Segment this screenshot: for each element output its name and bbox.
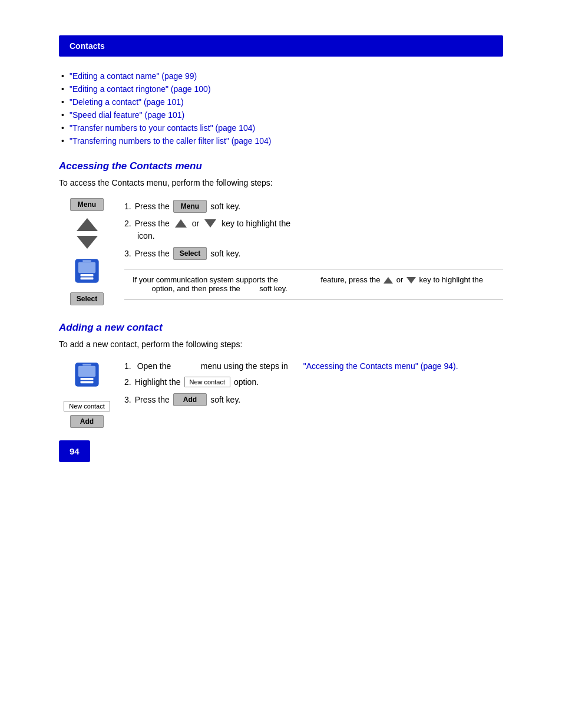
section1-heading: Accessing the Contacts menu <box>59 160 503 172</box>
link-transfer-numbers[interactable]: "Transfer numbers to your contacts list"… <box>70 123 255 133</box>
phone-icon2-area <box>71 358 103 393</box>
svg-rect-2 <box>81 274 94 276</box>
step2-1: 1. Open the menu using the steps in "Acc… <box>124 358 503 374</box>
header-bar: Contacts <box>59 35 503 57</box>
section2-intro: To add a new contact, perform the follow… <box>59 340 503 349</box>
new-contact-button-area: New contact <box>64 401 110 411</box>
phone-icon-2 <box>71 358 103 391</box>
menu-button-area: Menu <box>70 198 104 211</box>
list-item: "Speed dial feature" (page 101) <box>59 108 503 121</box>
contacts-menu-link[interactable]: "Accessing the Contacts menu" (page 94). <box>303 361 458 371</box>
list-item: "Editing a contact name" (page 99) <box>59 70 503 83</box>
nav-up-icon <box>77 218 98 231</box>
section1-left: Menu <box>59 197 115 305</box>
svg-rect-3 <box>81 278 94 280</box>
svg-rect-7 <box>81 378 94 380</box>
section-adding: Adding a new contact To add a new contac… <box>59 322 503 428</box>
link-speed-dial[interactable]: "Speed dial feature" (page 101) <box>70 110 184 120</box>
step2-3: 3. Press the Add soft key. <box>124 390 503 409</box>
section1-steps: 1. Press the Menu soft key. 2. Press the… <box>124 197 503 299</box>
list-item: "Deleting a contact" (page 101) <box>59 95 503 108</box>
page-number: 94 <box>59 440 90 462</box>
link-editing-name[interactable]: "Editing a contact name" (page 99) <box>70 71 197 81</box>
note-box: If your communication system supports th… <box>124 269 503 299</box>
list-item: "Transferring numbers to the caller filt… <box>59 134 503 147</box>
bullet-list: "Editing a contact name" (page 99) "Edit… <box>59 70 503 147</box>
page-container: Contacts "Editing a contact name" (page … <box>0 0 562 480</box>
note-up-icon <box>384 277 393 284</box>
svg-rect-9 <box>82 364 91 365</box>
step-3: 3. Press the Select soft key. <box>124 244 503 263</box>
menu-button[interactable]: Menu <box>70 198 104 211</box>
select-button[interactable]: Select <box>70 292 104 305</box>
svg-rect-8 <box>81 381 94 384</box>
new-contact-button[interactable]: New contact <box>64 401 110 411</box>
step-2: 2. Press the or key to highlight the <box>124 216 503 231</box>
link-transferring-caller[interactable]: "Transferring numbers to the caller filt… <box>70 136 271 146</box>
select-button-area: Select <box>70 292 104 305</box>
step1-menu-btn[interactable]: Menu <box>173 200 207 213</box>
phone-icon <box>71 255 103 287</box>
svg-rect-6 <box>78 366 95 377</box>
svg-rect-1 <box>78 262 95 273</box>
section1-intro: To access the Contacts menu, perform the… <box>59 178 503 187</box>
step2-add-btn[interactable]: Add <box>173 393 207 406</box>
list-item: "Transfer numbers to your contacts list"… <box>59 121 503 134</box>
header-title: Contacts <box>70 41 105 51</box>
section-accessing: Accessing the Contacts menu To access th… <box>59 160 503 305</box>
section2-left: New contact Add <box>59 358 115 428</box>
step2-new-contact-btn[interactable]: New contact <box>184 377 231 387</box>
note-down-icon <box>406 277 416 284</box>
step-2-cont: icon. <box>124 231 503 244</box>
section2-heading: Adding a new contact <box>59 322 503 334</box>
section2-content: New contact Add 1. Open the menu using t… <box>59 358 503 428</box>
svg-rect-4 <box>82 260 91 262</box>
note-text: If your communication system supports th… <box>133 275 483 293</box>
list-item: "Editing a contact ringtone" (page 100) <box>59 83 503 95</box>
link-editing-ringtone[interactable]: "Editing a contact ringtone" (page 100) <box>70 84 211 94</box>
nav-up-inline-icon <box>175 219 187 228</box>
add-button[interactable]: Add <box>70 415 104 428</box>
step3-select-btn[interactable]: Select <box>173 247 207 260</box>
section2-steps: 1. Open the menu using the steps in "Acc… <box>124 358 503 409</box>
add-button-area: Add <box>70 415 104 428</box>
step-1: 1. Press the Menu soft key. <box>124 197 503 216</box>
link-deleting[interactable]: "Deleting a contact" (page 101) <box>70 97 184 107</box>
nav-down-inline-icon <box>204 219 216 228</box>
nav-down-icon <box>77 236 98 249</box>
step2-2: 2. Highlight the New contact option. <box>124 374 503 390</box>
phone-icon-area <box>71 255 103 289</box>
section1-content: Menu <box>59 197 503 305</box>
